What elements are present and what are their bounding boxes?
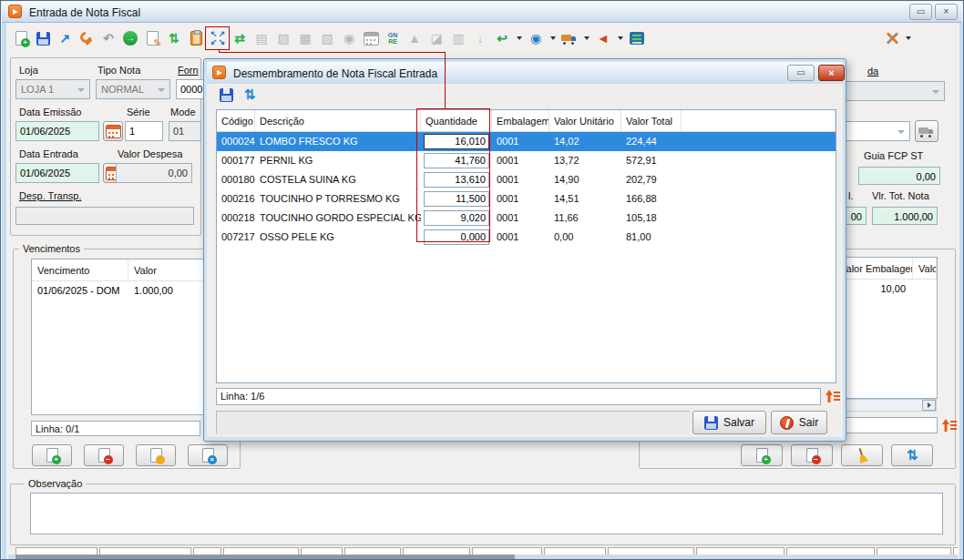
exit-icon [780, 416, 794, 430]
dialog-table[interactable]: CódigoDescriçãoQuantidadeEmbalagemValor … [216, 109, 836, 383]
add-item-button[interactable]: + [741, 444, 783, 466]
valor-total-cell: 224,44 [621, 132, 682, 151]
main-titlebar[interactable]: Entrada de Nota Fiscal ▭ × [2, 2, 962, 23]
window-frame-right [959, 23, 964, 560]
data-entrada-label: Data Entrada [19, 148, 78, 159]
column-header[interactable]: Vencimento [32, 260, 128, 280]
dialog-refresh-icon[interactable]: ⇅ [241, 86, 258, 104]
serie-field[interactable]: 1 [125, 121, 163, 141]
toolbar-right [883, 28, 912, 48]
observacao-label: Observação [25, 478, 86, 489]
dialog-table-row[interactable]: 000218TOUCINHO GORDO ESPECIAL KG9,020000… [217, 209, 836, 228]
certificate-caret-icon[interactable] [549, 28, 557, 48]
dialog-save-icon[interactable] [220, 88, 233, 106]
go-icon[interactable]: → [121, 28, 139, 48]
cancel-vencimento-button[interactable]: × [188, 444, 228, 466]
seal-icon: ◉ [340, 28, 358, 48]
export-icon[interactable]: ↗ [56, 28, 74, 48]
column-header[interactable]: Valor Total [621, 110, 682, 131]
codigo-cell: 000218 [217, 209, 255, 228]
remove-item-button[interactable]: − [791, 444, 833, 466]
valor-unitario-cell: 14,02 [549, 132, 621, 151]
dialog-table-row[interactable]: 000216TOUCINHO P TORRESMO KG11,500000114… [217, 189, 836, 209]
column-header[interactable]: Valor [913, 258, 937, 279]
tools-icon[interactable] [883, 28, 901, 48]
shuffle-icon[interactable]: ⇄ [231, 28, 249, 48]
refresh-icon[interactable]: ⇅ [165, 28, 183, 48]
clear-items-button[interactable] [841, 444, 883, 466]
loja-label: Loja [19, 65, 38, 76]
observacao-textarea[interactable] [30, 493, 943, 535]
loja-select: LOJA 1 [15, 79, 90, 99]
fornecedor-label[interactable]: Forn [178, 65, 199, 76]
valor-despesa-label: Valor Despesa [118, 148, 182, 159]
chevron-down-icon [77, 88, 85, 92]
salvar-button[interactable]: Salvar [692, 411, 766, 434]
broom-icon [853, 446, 871, 464]
megaphone-caret-icon[interactable] [616, 28, 624, 48]
document-add-icon: + [46, 448, 58, 463]
edit-note-icon[interactable]: ✎ [143, 28, 161, 48]
dialog-table-row[interactable]: 000024LOMBO FRESCO KG16,010000114,02224,… [217, 132, 836, 151]
megaphone-icon[interactable]: ◄ [594, 28, 612, 48]
dialog-button-tray [216, 411, 690, 434]
column-header[interactable]: Valor Unitário [549, 110, 621, 131]
close-button[interactable]: × [935, 4, 958, 20]
vencimentos-table[interactable]: VencimentoValor 01/06/2025 - DOM1.000,00 [31, 259, 213, 415]
download-icon: ↓ [471, 28, 489, 48]
remove-vencimento-button[interactable]: − [84, 444, 124, 466]
sair-button[interactable]: Sair [771, 411, 827, 434]
add-vencimento-button[interactable]: + [32, 444, 72, 466]
dialog-restore-button[interactable]: ▭ [787, 65, 815, 81]
edit-vencimento-button[interactable] [136, 444, 176, 466]
undo-icon[interactable]: ↶ [99, 28, 118, 48]
carrier-button[interactable] [915, 120, 938, 142]
dialog-close-button[interactable]: × [818, 65, 845, 81]
truck-icon[interactable] [560, 28, 579, 48]
guia-fcp-st-field[interactable]: 0,00 [858, 167, 940, 185]
data-entrada-field[interactable]: 01/06/2025 [15, 163, 99, 183]
gnre-icon[interactable]: GNRE [384, 28, 402, 48]
tools-caret-icon[interactable] [904, 28, 912, 48]
alert-triangle-icon: ▲ [405, 28, 424, 48]
import-icon[interactable]: ↩ [493, 28, 511, 48]
data-emissao-field[interactable]: 01/06/2025 [15, 121, 99, 141]
clipboard-icon[interactable] [187, 28, 205, 48]
truck-caret-icon[interactable] [582, 28, 590, 48]
vencimento-row[interactable]: 01/06/2025 - DOM1.000,00 [32, 281, 212, 300]
dialog-window: Desmembramento de Nota Fiscal Entrada ▭ … [203, 58, 846, 442]
wrench-icon[interactable] [77, 28, 96, 48]
dialog-table-row[interactable]: 000180COSTELA SUINA KG13,610000114,90202… [217, 170, 836, 189]
calc-doc-icon: ▦ [296, 28, 314, 48]
save-icon [704, 416, 718, 430]
bank-icon: ▥ [449, 28, 467, 48]
valor-despesa-field: 0,00 [116, 163, 192, 183]
chevron-down-icon [158, 88, 165, 92]
vencimentos-table-body: 01/06/2025 - DOM1.000,00 [32, 281, 212, 300]
certificate-icon[interactable]: ◉ [527, 28, 545, 48]
column-header[interactable]: Embalagem [492, 110, 549, 131]
data-emissao-calendar-button[interactable] [103, 121, 123, 141]
panel-icon[interactable] [628, 28, 646, 48]
descricao-cell: COSTELA SUINA KG [255, 170, 421, 189]
bottom-hscrollbar[interactable] [8, 555, 958, 560]
desp-transp-label[interactable]: Desp. Transp. [19, 190, 81, 201]
vlr-tot-nota-field[interactable]: 1.000,00 [872, 207, 938, 225]
codigo-cell: 000024 [217, 132, 255, 151]
save-icon[interactable] [34, 28, 52, 48]
dialog-titlebar[interactable]: Desmembramento de Nota Fiscal Entrada ▭ … [207, 62, 843, 84]
restore-button[interactable]: ▭ [909, 4, 932, 20]
import-caret-icon[interactable] [515, 28, 523, 48]
dialog-table-row[interactable]: 007217OSSO PELE KG0,00000010,0081,00 [217, 228, 836, 247]
new-document-icon[interactable]: + [12, 28, 30, 48]
refresh-items-button[interactable]: ⇅ [891, 444, 933, 466]
valor-total-cell: 166,88 [621, 189, 682, 209]
column-header[interactable]: Descrição [255, 110, 421, 131]
column-header[interactable]: Valor [128, 260, 212, 280]
column-header[interactable]: Código [217, 110, 255, 131]
dialog-table-row[interactable]: 000177PERNIL KG41,760000113,72572,91 [217, 151, 836, 170]
scrollbar-thumb[interactable] [15, 555, 515, 560]
scroll-right-icon[interactable] [922, 400, 936, 411]
fornecedor-field[interactable]: 0000 [176, 79, 207, 99]
right-link-label[interactable]: da [867, 66, 878, 76]
